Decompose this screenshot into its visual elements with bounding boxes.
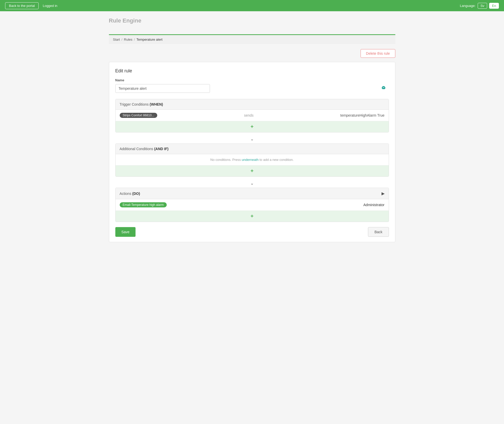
additional-add-row[interactable]: + (116, 165, 389, 176)
action-user: Administrator (363, 203, 384, 207)
breadcrumb-rules[interactable]: Rules (124, 38, 132, 41)
save-button[interactable]: Save (115, 227, 136, 237)
breadcrumb-start[interactable]: Start (113, 38, 120, 41)
logged-in-status: Logged in (43, 4, 57, 8)
device-tag[interactable]: Strips Comfort 86810... (120, 113, 157, 118)
page-title: Rule Engine (109, 17, 395, 24)
lang-sv-button[interactable]: Sv (478, 3, 487, 9)
additional-conditions-header: Additional Conditions (AND IF) (116, 144, 389, 154)
action-tag[interactable]: Email-Temperature high alarm (120, 202, 167, 207)
language-label: Language: (460, 4, 475, 8)
trigger-condition-row: Strips Comfort 86810... sends temperatur… (116, 110, 389, 121)
chevron-down-1: ⌄ (115, 135, 389, 143)
play-icon[interactable]: ▶ (382, 191, 385, 196)
trigger-conditions-section: Trigger Conditions (WHEN) Strips Comfort… (115, 99, 389, 132)
lang-en-button[interactable]: En (489, 3, 499, 9)
breadcrumb: Start / Rules / Temperature alert (109, 34, 395, 44)
trigger-add-row[interactable]: + (116, 121, 389, 132)
chevron-down-icon: ⌄ (250, 137, 254, 141)
chevron-down-icon-2: ⌄ (250, 181, 254, 185)
action-row: Email-Temperature high alarm Administrat… (116, 199, 389, 211)
name-field-label: Name (115, 78, 389, 82)
trigger-conditions-header: Trigger Conditions (WHEN) (116, 99, 389, 110)
additional-conditions-section: Additional Conditions (AND IF) No condit… (115, 143, 389, 177)
edit-rule-title: Edit rule (115, 68, 389, 74)
trigger-title: Trigger Conditions (WHEN) (120, 102, 163, 106)
bottom-buttons: Save Back (115, 227, 389, 237)
breadcrumb-sep2: / (134, 38, 135, 41)
sends-text: sends (157, 113, 340, 117)
edit-rule-card: Edit rule Name Trigger Conditions (WHEN)… (109, 62, 395, 242)
no-conditions-message: No conditions. Press underneath to add a… (116, 154, 389, 165)
rule-name-input[interactable] (115, 84, 210, 93)
underneath-link[interactable]: underneath (242, 158, 259, 162)
trigger-add-icon[interactable]: + (251, 124, 254, 129)
delete-rule-button[interactable]: Delete this rule (361, 49, 395, 58)
condition-value: temperatureHighAlarm True (340, 113, 385, 117)
back-button[interactable]: Back (368, 227, 389, 237)
page-content: Rule Engine Start / Rules / Temperature … (99, 11, 406, 248)
additional-title: Additional Conditions (AND IF) (120, 147, 169, 151)
name-field-wrapper (115, 84, 389, 93)
action-add-icon[interactable]: + (251, 213, 254, 219)
action-add-row[interactable]: + (116, 211, 389, 222)
actions-title: Actions (DO) (120, 192, 140, 196)
breadcrumb-sep1: / (121, 38, 122, 41)
actions-header: Actions (DO) ▶ (116, 188, 389, 199)
top-navigation: Back to the portal Logged in Language: S… (0, 0, 504, 11)
actions-section: Actions (DO) ▶ Email-Temperature high al… (115, 188, 389, 222)
nordpass-icon (381, 85, 386, 92)
additional-add-icon[interactable]: + (251, 168, 254, 174)
breadcrumb-current: Temperature alert (136, 38, 162, 41)
chevron-down-2: ⌄ (115, 179, 389, 188)
back-to-portal-button[interactable]: Back to the portal (5, 2, 39, 9)
